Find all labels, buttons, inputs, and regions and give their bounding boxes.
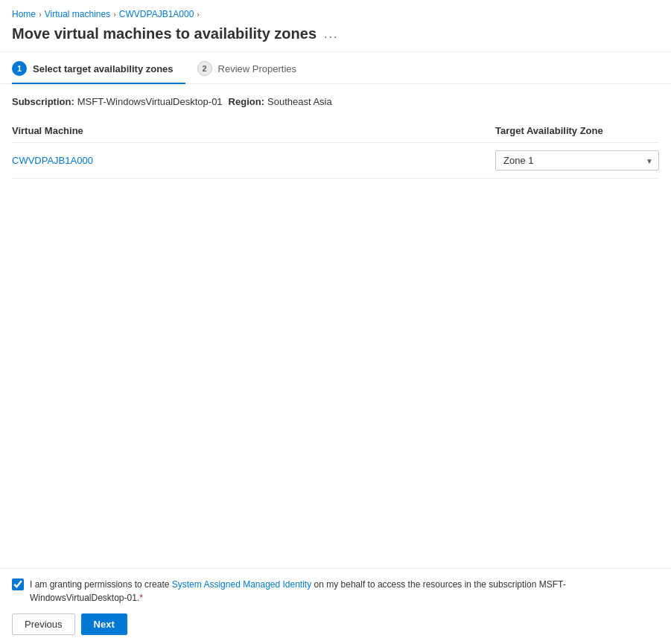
subscription-value: MSFT-WindowsVirtualDesktop-01	[77, 96, 223, 107]
content-spacer	[0, 374, 671, 569]
content-area: Subscription: MSFT-WindowsVirtualDesktop…	[0, 84, 671, 374]
region-value: Southeast Asia	[267, 96, 332, 107]
vm-name-link[interactable]: CWVDPAJB1A000	[12, 155, 93, 166]
footer: I am granting permissions to create Syst…	[0, 568, 671, 644]
consent-text-before: I am granting permissions to create	[30, 579, 172, 590]
breadcrumb-virtual-machines[interactable]: Virtual machines	[45, 9, 111, 19]
consent-text: I am granting permissions to create Syst…	[30, 578, 659, 605]
tab-1-circle: 1	[12, 61, 27, 76]
vm-table: Virtual Machine Target Availability Zone…	[12, 119, 659, 179]
breadcrumb-sep-3: ›	[197, 10, 200, 19]
tab-review-properties[interactable]: 2 Review Properties	[197, 52, 309, 83]
consent-row: I am granting permissions to create Syst…	[12, 578, 659, 605]
subscription-label: Subscription:	[12, 96, 74, 107]
previous-button[interactable]: Previous	[12, 613, 75, 635]
region-label: Region:	[229, 96, 264, 107]
page-options-menu[interactable]: ...	[324, 28, 338, 41]
tab-2-circle: 2	[197, 61, 212, 76]
subscription-info: Subscription: MSFT-WindowsVirtualDesktop…	[12, 96, 659, 107]
next-button[interactable]: Next	[81, 613, 127, 635]
col-zone-header: Target Availability Zone	[495, 125, 659, 136]
page-title: Move virtual machines to availability zo…	[12, 25, 317, 42]
zone-select[interactable]: Zone 1 Zone 2 Zone 3	[495, 150, 659, 170]
breadcrumb-vm-name[interactable]: CWVDPAJB1A000	[119, 9, 194, 19]
breadcrumb-sep-2: ›	[113, 10, 116, 19]
table-row: CWVDPAJB1A000 Zone 1 Zone 2 Zone 3 ▼	[12, 143, 659, 179]
tab-1-label: Select target availability zones	[33, 63, 174, 74]
consent-checkbox[interactable]	[12, 578, 24, 590]
tab-select-zones[interactable]: 1 Select target availability zones	[12, 52, 185, 83]
table-header: Virtual Machine Target Availability Zone	[12, 119, 659, 143]
action-buttons: Previous Next	[12, 613, 659, 635]
tab-2-label: Review Properties	[218, 63, 297, 74]
consent-managed-identity-link[interactable]: System Assigned Managed Identity	[172, 579, 311, 590]
consent-required-mark: *	[139, 593, 143, 603]
breadcrumb-home[interactable]: Home	[12, 9, 36, 19]
breadcrumb: Home › Virtual machines › CWVDPAJB1A000 …	[0, 0, 671, 22]
col-vm-header: Virtual Machine	[12, 125, 495, 136]
breadcrumb-sep-1: ›	[39, 10, 42, 19]
page-header: Move virtual machines to availability zo…	[0, 22, 671, 51]
zone-select-wrapper: Zone 1 Zone 2 Zone 3 ▼	[495, 150, 659, 170]
wizard-tabs: 1 Select target availability zones 2 Rev…	[0, 52, 671, 84]
